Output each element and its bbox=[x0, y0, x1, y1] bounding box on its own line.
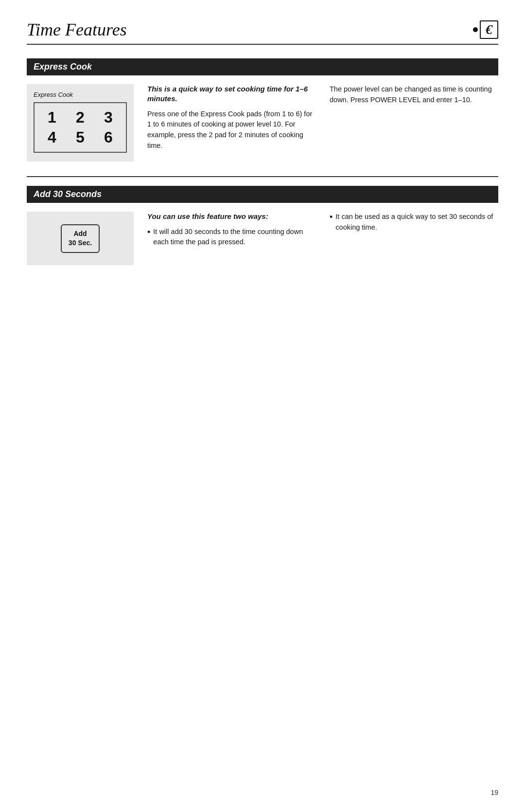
express-cook-intro: This is a quick way to set cooking time … bbox=[147, 84, 316, 104]
keypad-key-6: 6 bbox=[96, 129, 121, 146]
page-number: 19 bbox=[490, 789, 498, 796]
bullet-dot-1: • bbox=[147, 227, 150, 238]
express-cook-section: Express Cook Express Cook 1 2 3 4 5 6 Th… bbox=[27, 58, 498, 162]
bullet-dot-2: • bbox=[330, 212, 332, 223]
keypad-key-2: 2 bbox=[68, 109, 93, 126]
keypad-key-4: 4 bbox=[39, 129, 65, 146]
express-cook-keypad: Express Cook 1 2 3 4 5 6 bbox=[27, 84, 134, 162]
add30-bullet2-text: It can be used as a quick way to set 30 … bbox=[335, 212, 498, 233]
add30-col1: You can use this feature two ways: • It … bbox=[147, 212, 316, 265]
header-icon-area: € bbox=[473, 20, 498, 39]
add30-bullet1-text: It will add 30 seconds to the time count… bbox=[153, 227, 316, 248]
keypad-grid: 1 2 3 4 5 6 bbox=[34, 102, 127, 153]
express-cook-col2: The power level can be changed as time i… bbox=[330, 84, 498, 162]
keypad-key-3: 3 bbox=[96, 109, 121, 126]
add30-button-line1: Add bbox=[73, 230, 87, 237]
add30-section-header: Add 30 Seconds bbox=[27, 186, 498, 203]
express-cook-col1: This is a quick way to set cooking time … bbox=[147, 84, 316, 162]
page-container: Time Features € Express Cook Express Coo… bbox=[0, 0, 525, 309]
add30-button-line2: 30 Sec. bbox=[69, 239, 92, 247]
ge-logo-icon: € bbox=[480, 20, 498, 39]
page-header: Time Features € bbox=[27, 19, 498, 45]
add30-keypad-area: Add 30 Sec. bbox=[27, 212, 134, 265]
add30-bullet1: • It will add 30 seconds to the time cou… bbox=[147, 227, 316, 248]
add30-text-columns: You can use this feature two ways: • It … bbox=[147, 212, 498, 265]
express-cook-body: Press one of the Express Cook pads (from… bbox=[147, 109, 316, 151]
express-cook-header: Express Cook bbox=[27, 58, 498, 75]
add30-col2: • It can be used as a quick way to set 3… bbox=[330, 212, 498, 265]
keypad-key-5: 5 bbox=[68, 129, 93, 146]
keypad-label: Express Cook bbox=[34, 91, 127, 98]
section-divider bbox=[27, 176, 498, 177]
keypad-key-1: 1 bbox=[39, 109, 65, 126]
add30-button: Add 30 Sec. bbox=[61, 224, 100, 253]
add30-intro: You can use this feature two ways: bbox=[147, 212, 316, 221]
add30-bullet2: • It can be used as a quick way to set 3… bbox=[330, 212, 498, 233]
dot-icon bbox=[473, 27, 478, 32]
add30-content: Add 30 Sec. You can use this feature two… bbox=[27, 203, 498, 265]
express-cook-content: Express Cook 1 2 3 4 5 6 This is a quick… bbox=[27, 75, 498, 162]
express-cook-col2-body: The power level can be changed as time i… bbox=[330, 84, 498, 106]
express-cook-text-columns: This is a quick way to set cooking time … bbox=[147, 84, 498, 162]
add30-section: Add 30 Seconds Add 30 Sec. You can use t… bbox=[27, 186, 498, 265]
page-title: Time Features bbox=[27, 19, 127, 40]
